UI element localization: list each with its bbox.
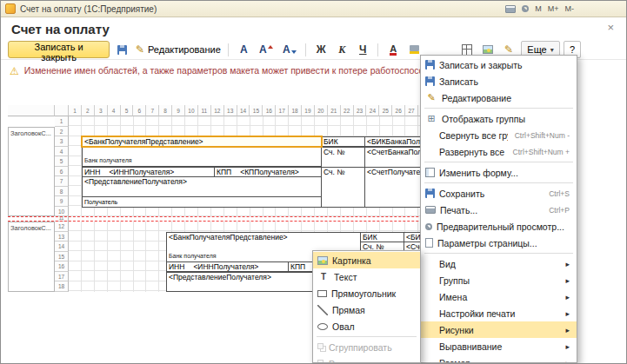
row-header[interactable]: 15 — [55, 252, 69, 262]
row-header[interactable]: 5 — [55, 156, 69, 167]
menu-item-change-form[interactable]: Изменить форму... — [421, 164, 577, 181]
menu-item-save[interactable]: Записать — [421, 73, 577, 89]
column-header[interactable]: 23 — [354, 105, 367, 116]
column-header[interactable]: 1 — [69, 105, 82, 116]
menu-item-collapse-all-groups[interactable]: Свернуть все группыCtrl+Shift+Num - — [421, 127, 577, 143]
sheet-cell[interactable]: <ПредставлениеПолучателя> — [82, 176, 322, 197]
sheet-cell[interactable]: ИНН<ИННПолучателя> — [82, 167, 215, 177]
print-icon[interactable] — [505, 5, 516, 13]
sheet-cell[interactable]: БИК — [321, 136, 365, 147]
sheet-cell[interactable]: Получатель — [82, 196, 322, 208]
row-header[interactable]: 17 — [55, 272, 69, 282]
menu-item-view[interactable]: Вид▸ — [421, 255, 577, 272]
row-header[interactable]: 4 — [55, 147, 69, 157]
menu-item-save-file[interactable]: СохранитьCtrl+S — [421, 185, 577, 202]
font-size-up-button[interactable]: А — [256, 41, 276, 58]
column-header[interactable]: 21 — [328, 105, 341, 116]
row-header[interactable]: 14 — [55, 242, 69, 252]
column-header[interactable]: 5 — [121, 105, 134, 116]
column-header[interactable]: 19 — [302, 105, 315, 116]
underline-button[interactable]: Ч — [354, 41, 371, 58]
menu-item-show-groups[interactable]: Отображать группы — [421, 110, 577, 127]
column-header[interactable]: 14 — [237, 105, 250, 116]
region-header[interactable]: ЗаголовокС... — [8, 127, 55, 217]
column-header[interactable]: 4 — [108, 105, 121, 116]
row-header[interactable]: 13 — [55, 232, 69, 242]
submenu-item-group[interactable]: Сгруппировать — [313, 339, 420, 355]
row-header[interactable]: 2 — [55, 127, 69, 137]
row-header[interactable]: 18 — [55, 281, 69, 292]
sheet-cell[interactable]: Сч. № — [321, 147, 365, 168]
sheet-cell[interactable]: БИК — [360, 232, 404, 242]
menu-item-expand-all-groups[interactable]: Развернуть все группыCtrl+Shift+Num + — [421, 143, 577, 160]
preview-icon[interactable] — [522, 5, 529, 12]
submenu-item-picture[interactable]: Картинка — [313, 252, 420, 268]
column-header[interactable]: 20 — [315, 105, 328, 116]
column-header[interactable]: 7 — [146, 105, 159, 116]
column-header[interactable]: 22 — [341, 105, 354, 116]
column-header[interactable]: 17 — [276, 105, 289, 116]
menu-item-print[interactable]: Печать...Ctrl+P — [421, 202, 577, 218]
save-button[interactable] — [113, 41, 130, 58]
menu-item-page-setup[interactable]: Параметры страницы... — [421, 235, 577, 251]
memory-m-plus-button[interactable]: М+ — [548, 4, 559, 13]
edit-button[interactable]: Редактирование — [134, 41, 222, 58]
bold-button[interactable]: Ж — [312, 41, 330, 58]
column-header[interactable]: 24 — [366, 105, 379, 116]
close-icon[interactable]: × — [607, 21, 614, 34]
region-header[interactable]: ЗаголовокС... — [8, 222, 55, 292]
sheet-cell[interactable]: КПП<КППолучателя> — [214, 167, 322, 177]
column-header[interactable]: 15 — [250, 105, 263, 116]
column-header[interactable]: 11 — [198, 105, 211, 116]
row-header[interactable]: 9 — [55, 196, 69, 207]
column-header[interactable]: 3 — [95, 105, 108, 116]
menu-item-size[interactable]: Размер▸ — [421, 354, 577, 363]
menu-item-groups[interactable]: Группы▸ — [421, 272, 577, 288]
row-header[interactable]: 6 — [55, 167, 69, 177]
menu-item-names[interactable]: Имена▸ — [421, 288, 577, 305]
submenu-item-text[interactable]: Текст — [313, 268, 420, 285]
memory-m-minus-button[interactable]: М- — [565, 4, 575, 13]
row-header[interactable]: 1 — [55, 116, 69, 127]
column-header[interactable]: 10 — [185, 105, 198, 116]
submenu-item-oval[interactable]: Овал — [313, 318, 420, 334]
font-size-down-button[interactable]: А — [279, 41, 299, 58]
italic-button[interactable]: К — [333, 41, 350, 58]
column-header[interactable]: 12 — [211, 105, 224, 116]
titlebar[interactable]: Счет на оплату (1С:Предприятие) М М+ М- — [1, 1, 626, 17]
column-header[interactable]: 26 — [392, 105, 405, 116]
column-header[interactable]: 18 — [289, 105, 302, 116]
column-header[interactable]: 9 — [172, 105, 185, 116]
submenu-item-ungroup[interactable]: Разгруппировать — [313, 355, 420, 363]
row-header[interactable]: 16 — [55, 261, 69, 272]
row-header[interactable]: 12 — [55, 222, 69, 232]
column-header[interactable]: 13 — [224, 105, 237, 116]
submenu-item-straight-line[interactable]: Прямая — [313, 301, 420, 318]
menu-item-save-and-close[interactable]: Записать и закрыть — [421, 56, 577, 73]
menu-item-alignment[interactable]: Выравнивание▸ — [421, 338, 577, 354]
column-header[interactable]: 6 — [133, 105, 146, 116]
submenu-item-rectangle[interactable]: Прямоугольник — [313, 285, 420, 301]
memory-m-button[interactable]: М — [535, 4, 542, 13]
row-header[interactable]: 8 — [55, 187, 69, 197]
font-button[interactable]: А — [235, 41, 252, 58]
menu-item-print-preview[interactable]: Предварительный просмотр... — [421, 218, 577, 235]
row-header[interactable]: 3 — [55, 136, 69, 147]
menu-item-print-settings[interactable]: Настройки печати▸ — [421, 305, 577, 321]
column-header[interactable]: 27 — [405, 105, 418, 116]
selected-cell[interactable]: <БанкПолучателяПредставление> — [81, 136, 323, 148]
column-header[interactable]: 25 — [379, 105, 392, 116]
corner-cell[interactable] — [55, 105, 69, 116]
column-header[interactable]: 8 — [159, 105, 172, 116]
row-header[interactable]: 10 — [55, 207, 69, 217]
save-and-close-button[interactable]: Записать и закрыть — [8, 41, 110, 58]
row-header[interactable]: 7 — [55, 176, 69, 187]
text-color-button[interactable]: А — [384, 41, 402, 58]
sheet-cell[interactable]: Сч. № — [321, 167, 365, 208]
sheet-cell[interactable]: ИНН<ИННПолучателя> — [166, 261, 289, 272]
column-header[interactable]: 2 — [82, 105, 95, 116]
menu-item-edit[interactable]: Редактирование — [421, 89, 577, 106]
menu-item-pictures[interactable]: Рисунки▸ — [421, 321, 577, 338]
column-header[interactable]: 16 — [263, 105, 276, 116]
edit-icon — [425, 92, 437, 103]
